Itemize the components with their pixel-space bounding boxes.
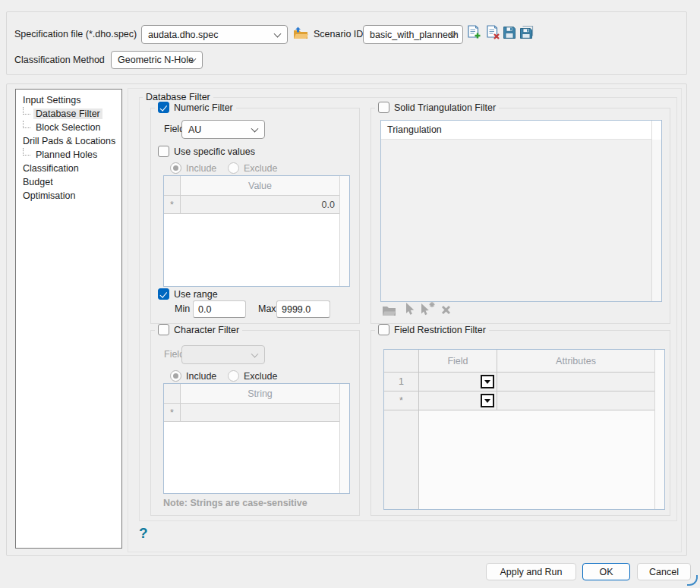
ok-button[interactable]: OK — [582, 563, 630, 580]
max-label: Max — [258, 303, 276, 314]
character-filter-group: Character Filter Field Include Exclude — [150, 330, 360, 516]
save-as-button[interactable] — [519, 25, 535, 42]
radio-selected-icon — [170, 162, 181, 174]
numeric-field-combobox[interactable]: AU — [181, 120, 265, 139]
sidebar-item-block-selection[interactable]: Block Selection — [16, 121, 121, 134]
sidebar-item-classification[interactable]: Classification — [16, 162, 121, 175]
checkbox-checked-icon — [158, 102, 169, 113]
use-specific-values-label: Use specific values — [174, 146, 255, 157]
save-button[interactable] — [502, 25, 517, 42]
character-exclude-radio[interactable]: Exclude — [228, 370, 277, 382]
use-specific-values-checkbox[interactable]: Use specific values — [158, 146, 255, 157]
max-input[interactable] — [276, 300, 330, 318]
scenario-id-combobox[interactable]: basic_with_plannedh — [363, 25, 463, 44]
table-row-header: * — [164, 196, 181, 214]
apply-and-run-button[interactable]: Apply and Run — [486, 563, 576, 580]
character-filter-checkbox[interactable]: Character Filter — [155, 324, 242, 335]
cancel-button[interactable]: Cancel — [637, 563, 691, 580]
multi-select-cursor-icon — [420, 302, 436, 319]
sidebar-item-drill-pads-locations[interactable]: Drill Pads & Locations — [16, 134, 121, 148]
field-dropdown-button[interactable] — [481, 375, 494, 388]
tree-connector — [23, 121, 30, 128]
radio-unselected-icon — [228, 162, 239, 174]
database-filter-title: Database Filter — [143, 92, 213, 102]
numeric-values-scrollbar[interactable] — [339, 176, 349, 286]
floppy-disk-copy-icon — [519, 26, 534, 42]
table-corner-cell — [164, 176, 181, 196]
triangulation-scrollbar[interactable] — [651, 121, 661, 301]
chevron-down-icon — [251, 124, 259, 132]
min-label: Min — [175, 303, 190, 314]
help-button[interactable]: ? — [139, 525, 148, 542]
sidebar-item-input-settings[interactable]: Input Settings — [16, 93, 121, 107]
solid-triangulation-filter-label: Solid Triangulation Filter — [394, 102, 496, 113]
character-filter-label: Character Filter — [174, 325, 239, 335]
field-cell-row1[interactable] — [419, 373, 497, 391]
open-spec-file-button[interactable] — [292, 26, 310, 43]
content-panel: Database Filter Numeric Filter Field AU — [128, 88, 682, 552]
character-exclude-label: Exclude — [244, 371, 277, 382]
sidebar-item-optimisation[interactable]: Optimisation — [16, 189, 121, 203]
drillhole-optimizer-dialog: Specification file (*.dho.spec) audata.d… — [0, 0, 700, 588]
database-filter-group: Database Filter Numeric Filter Field AU — [139, 97, 677, 521]
numeric-include-radio: Include — [170, 162, 216, 174]
field-cell-new-row[interactable] — [419, 391, 497, 410]
numeric-filter-checkbox[interactable]: Numeric Filter — [155, 102, 236, 113]
character-include-radio[interactable]: Include — [170, 370, 216, 382]
character-include-label: Include — [186, 371, 216, 382]
delete-scenario-button[interactable] — [484, 24, 501, 42]
string-cell[interactable] — [181, 404, 339, 422]
table-body — [419, 410, 654, 509]
attributes-column-header: Attributes — [497, 350, 654, 373]
dropdown-arrow-icon — [484, 399, 490, 403]
character-strings-scrollbar[interactable] — [339, 384, 349, 493]
main-panel: Input Settings Database Filter Block Sel… — [6, 83, 687, 556]
triangulation-column-header: Triangulation — [381, 121, 651, 140]
field-restriction-filter-group: Field Restriction Filter Field Attribute… — [370, 330, 670, 516]
scenario-id-value: basic_with_plannedh — [370, 30, 459, 40]
spec-file-value: audata.dho.spec — [148, 30, 218, 40]
header-panel: Specification file (*.dho.spec) audata.d… — [6, 11, 687, 75]
new-scenario-button[interactable] — [465, 24, 482, 42]
classification-method-value: Geometric N-Hole — [118, 55, 194, 65]
triangulation-list: Triangulation — [380, 120, 662, 302]
table-corner-cell — [164, 384, 181, 404]
solid-triangulation-filter-checkbox[interactable]: Solid Triangulation Filter — [375, 102, 499, 113]
character-field-combobox — [181, 345, 265, 364]
numeric-field-value: AU — [188, 124, 201, 135]
tree-item-label: Budget — [20, 177, 55, 187]
table-row-header: * — [164, 404, 181, 422]
field-dropdown-button[interactable] — [481, 394, 494, 407]
field-restriction-table: Field Attributes 1 * — [383, 349, 665, 510]
numeric-include-label: Include — [186, 163, 216, 174]
numeric-exclude-radio: Exclude — [228, 162, 277, 174]
document-remove-icon — [485, 25, 500, 42]
folder-open-icon — [292, 27, 309, 42]
spec-file-combobox[interactable]: audata.dho.spec — [141, 25, 288, 44]
sidebar-item-budget[interactable]: Budget — [16, 175, 121, 189]
scenario-id-label: Scenario ID — [314, 29, 363, 39]
value-cell[interactable]: 0.0 — [181, 196, 339, 214]
sidebar-item-database-filter[interactable]: Database Filter — [16, 107, 121, 121]
sidebar-item-planned-holes[interactable]: Planned Holes — [16, 148, 121, 162]
min-input[interactable] — [193, 300, 246, 318]
attributes-cell-new-row[interactable] — [497, 391, 654, 410]
attributes-cell-row1[interactable] — [497, 373, 654, 391]
resize-grip[interactable] — [687, 575, 698, 586]
tree-item-label: Planned Holes — [33, 149, 99, 160]
select-cursor-icon — [405, 303, 415, 319]
numeric-exclude-label: Exclude — [244, 163, 277, 174]
use-range-checkbox[interactable]: Use range — [158, 288, 218, 300]
field-restriction-scrollbar[interactable] — [654, 350, 664, 509]
tree-item-label: Database Filter — [33, 108, 102, 119]
field-restriction-filter-checkbox[interactable]: Field Restriction Filter — [375, 324, 489, 335]
tree-item-label: Drill Pads & Locations — [20, 136, 118, 146]
classification-method-combobox[interactable]: Geometric N-Hole — [111, 51, 203, 69]
remove-triangulation-x-icon — [441, 305, 451, 317]
tree-connector — [23, 148, 30, 156]
case-sensitive-note: Note: Strings are case-sensitive — [163, 498, 307, 508]
chevron-down-icon — [274, 30, 282, 37]
tree-item-label: Block Selection — [33, 122, 102, 133]
classification-method-label: Classification Method — [14, 55, 105, 65]
table-corner-cell — [384, 350, 419, 373]
